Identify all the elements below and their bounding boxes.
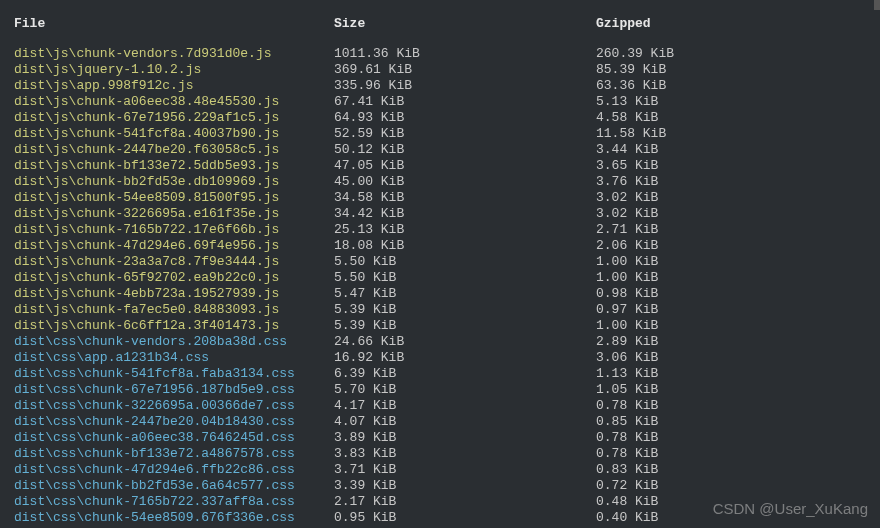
gzip-cell: 5.13 KiB — [596, 94, 866, 110]
file-ext: js — [264, 190, 280, 205]
table-row: dist\js\chunk-3226695a.e161f35e.js34.42 … — [14, 206, 866, 222]
size-cell: 52.59 KiB — [334, 126, 596, 142]
size-cell: 16.92 KiB — [334, 350, 596, 366]
file-name: chunk-7165b722 — [76, 222, 185, 237]
size-cell: 67.41 KiB — [334, 94, 596, 110]
file-cell: dist\js\chunk-47d294e6.69f4e956.js — [14, 238, 334, 254]
file-ext: css — [271, 430, 294, 445]
file-hash: 48e45530 — [193, 94, 255, 109]
file-name: chunk-2447be20 — [76, 142, 185, 157]
file-dir: dist\js\ — [14, 94, 76, 109]
file-ext: js — [264, 142, 280, 157]
file-name: chunk-54ee8509 — [76, 190, 185, 205]
file-cell: dist\js\chunk-54ee8509.81500f95.js — [14, 190, 334, 206]
file-name: chunk-65f92702 — [76, 270, 185, 285]
table-row: dist\css\chunk-47d294e6.ffb22c86.css3.71… — [14, 462, 866, 478]
file-cell: dist\js\chunk-bf133e72.5ddb5e93.js — [14, 158, 334, 174]
gzip-cell: 3.02 KiB — [596, 190, 866, 206]
gzip-cell: 0.83 KiB — [596, 462, 866, 478]
file-ext: css — [271, 366, 294, 381]
file-cell: dist\css\chunk-2447be20.04b18430.css — [14, 414, 334, 430]
file-cell: dist\css\chunk-bb2fd53e.6a64c577.css — [14, 478, 334, 494]
file-hash: e161f35e — [193, 206, 255, 221]
file-dir: dist\js\ — [14, 174, 76, 189]
file-name: chunk-fa7ec5e0 — [76, 302, 185, 317]
terminal-scrollbar[interactable] — [874, 0, 880, 10]
size-cell: 335.96 KiB — [334, 78, 596, 94]
file-name: chunk-54ee8509 — [84, 510, 193, 525]
file-dir: dist\js\ — [14, 238, 76, 253]
size-cell: 34.58 KiB — [334, 190, 596, 206]
file-dir: dist\js\ — [14, 222, 76, 237]
file-hash: f63058c5 — [193, 142, 255, 157]
file-hash: 00366de7 — [201, 398, 263, 413]
gzip-cell: 1.00 KiB — [596, 270, 866, 286]
file-ext: css — [271, 414, 294, 429]
file-cell: dist\css\chunk-vendors.208ba38d.css — [14, 334, 334, 350]
gzip-cell: 0.97 KiB — [596, 302, 866, 318]
file-name: chunk-bf133e72 — [84, 446, 193, 461]
file-cell: dist\css\chunk-54ee8509.676f336e.css — [14, 510, 334, 526]
file-hash: 5ddb5e93 — [193, 158, 255, 173]
file-name: chunk-4ebb723a — [76, 286, 185, 301]
file-hash: 69f4e956 — [193, 238, 255, 253]
file-dir: dist\js\ — [14, 318, 76, 333]
file-dir: dist\js\ — [14, 46, 76, 61]
gzip-cell: 85.39 KiB — [596, 62, 866, 78]
file-cell: dist\js\jquery-1.10.2.js — [14, 62, 334, 78]
file-hash: a1231b34 — [115, 350, 177, 365]
file-hash: 998f912c — [108, 78, 170, 93]
size-cell: 5.39 KiB — [334, 302, 596, 318]
table-row: dist\js\chunk-7165b722.17e6f66b.js25.13 … — [14, 222, 866, 238]
file-cell: dist\js\chunk-bb2fd53e.db109969.js — [14, 174, 334, 190]
table-row: dist\css\chunk-a06eec38.7646245d.css3.89… — [14, 430, 866, 446]
size-cell: 3.71 KiB — [334, 462, 596, 478]
file-name: chunk-a06eec38 — [84, 430, 193, 445]
gzip-cell: 1.00 KiB — [596, 254, 866, 270]
gzip-cell: 11.58 KiB — [596, 126, 866, 142]
table-row: dist\css\chunk-bb2fd53e.6a64c577.css3.39… — [14, 478, 866, 494]
file-name: chunk-67e71956 — [84, 382, 193, 397]
file-name: chunk-47d294e6 — [84, 462, 193, 477]
gzip-cell: 0.85 KiB — [596, 414, 866, 430]
file-dir: dist\js\ — [14, 190, 76, 205]
file-dir: dist\js\ — [14, 126, 76, 141]
size-cell: 5.70 KiB — [334, 382, 596, 398]
file-dir: dist\js\ — [14, 286, 76, 301]
file-name: app — [84, 350, 107, 365]
file-ext: js — [256, 46, 272, 61]
size-cell: 50.12 KiB — [334, 142, 596, 158]
table-row: dist\js\chunk-54ee8509.81500f95.js34.58 … — [14, 190, 866, 206]
file-dir: dist\css\ — [14, 334, 84, 349]
file-hash: 229af1c5 — [193, 110, 255, 125]
size-cell: 1011.36 KiB — [334, 46, 596, 62]
file-hash: 81500f95 — [193, 190, 255, 205]
file-dir: dist\js\ — [14, 62, 76, 77]
file-dir: dist\css\ — [14, 366, 84, 381]
file-ext: js — [264, 302, 280, 317]
file-dir: dist\js\ — [14, 254, 76, 269]
file-name: chunk-3226695a — [84, 398, 193, 413]
gzip-cell: 2.89 KiB — [596, 334, 866, 350]
file-ext: css — [271, 398, 294, 413]
file-ext: js — [264, 286, 280, 301]
gzip-cell: 3.06 KiB — [596, 350, 866, 366]
table-row: dist\css\chunk-7165b722.337aff8a.css2.17… — [14, 494, 866, 510]
file-cell: dist\js\chunk-541fcf8a.40037b90.js — [14, 126, 334, 142]
file-ext: css — [271, 494, 294, 509]
gzip-cell: 1.13 KiB — [596, 366, 866, 382]
size-cell: 0.95 KiB — [334, 510, 596, 526]
table-row: dist\css\chunk-vendors.208ba38d.css24.66… — [14, 334, 866, 350]
file-ext: js — [264, 158, 280, 173]
table-row: dist\js\chunk-vendors.7d931d0e.js1011.36… — [14, 46, 866, 62]
table-row: dist\js\chunk-65f92702.ea9b22c0.js5.50 K… — [14, 270, 866, 286]
table-row: dist\js\jquery-1.10.2.js369.61 KiB85.39 … — [14, 62, 866, 78]
file-ext: css — [186, 350, 209, 365]
size-cell: 2.17 KiB — [334, 494, 596, 510]
file-cell: dist\js\app.998f912c.js — [14, 78, 334, 94]
file-cell: dist\css\chunk-a06eec38.7646245d.css — [14, 430, 334, 446]
gzip-cell: 0.72 KiB — [596, 478, 866, 494]
file-dir: dist\css\ — [14, 414, 84, 429]
table-row: dist\js\chunk-4ebb723a.19527939.js5.47 K… — [14, 286, 866, 302]
file-hash: 7646245d — [201, 430, 263, 445]
